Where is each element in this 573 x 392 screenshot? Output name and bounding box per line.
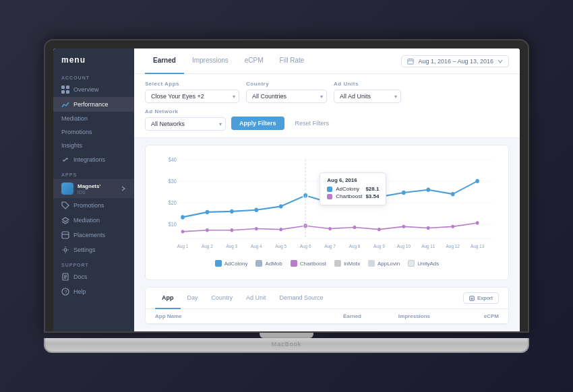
svg-point-52 bbox=[451, 225, 454, 228]
sidebar-item-app-promotions[interactable]: Promotions bbox=[53, 198, 134, 213]
sidebar-item-mediation-label: Mediation bbox=[61, 115, 88, 122]
col-header-app-name: App Name bbox=[155, 313, 293, 319]
ad-network-label: Ad Network bbox=[145, 108, 226, 115]
select-apps-dropdown[interactable]: Close Your Eyes +2 bbox=[145, 90, 239, 103]
filters-row: Select Apps Close Your Eyes +2 Country bbox=[145, 81, 509, 103]
svg-point-8 bbox=[64, 249, 67, 251]
table-tab-app[interactable]: App bbox=[155, 288, 181, 309]
legend-admob-dot bbox=[255, 260, 262, 267]
svg-point-39 bbox=[451, 192, 454, 196]
svg-text:Aug 3: Aug 3 bbox=[227, 244, 238, 250]
sidebar-item-app-placements-label: Placements bbox=[73, 232, 105, 238]
table-header: App Name Earned Impressions eCPM bbox=[146, 309, 508, 324]
country-dropdown[interactable]: All Countries bbox=[246, 90, 327, 103]
svg-rect-6 bbox=[62, 232, 69, 238]
table-tab-day[interactable]: Day bbox=[181, 288, 205, 309]
tab-fill-rate[interactable]: Fill Rate bbox=[272, 48, 313, 74]
laptop-base bbox=[44, 338, 529, 353]
tooltip-adcolony-value: $28.1 bbox=[365, 186, 379, 192]
screen-content: menu ACCOUNT Overview Performance Mediat… bbox=[53, 48, 520, 331]
laptop-screen: menu ACCOUNT Overview Performance Mediat… bbox=[44, 39, 529, 333]
svg-point-41 bbox=[181, 230, 185, 233]
date-range-label: Aug 1, 2016 – Aug 13, 2016 bbox=[418, 58, 493, 65]
sidebar-item-app-settings[interactable]: Settings bbox=[53, 242, 134, 257]
sidebar-item-app-promotions-label: Promotions bbox=[73, 202, 104, 209]
svg-text:Aug 8: Aug 8 bbox=[349, 244, 361, 250]
sidebar-app-item[interactable]: Magnets' iOS bbox=[53, 179, 134, 198]
tab-earned[interactable]: Earned bbox=[145, 48, 184, 74]
sidebar: menu ACCOUNT Overview Performance Mediat… bbox=[53, 48, 134, 331]
sidebar-item-integrations[interactable]: Integrations bbox=[53, 152, 134, 167]
layers-icon bbox=[61, 216, 69, 224]
second-filters-row: Ad Network All Networks Apply Filters Re… bbox=[145, 108, 509, 131]
sidebar-item-overview[interactable]: Overview bbox=[53, 82, 134, 97]
sidebar-item-app-mediation[interactable]: Mediation bbox=[53, 213, 134, 228]
svg-text:Aug 9: Aug 9 bbox=[373, 244, 385, 250]
legend-admob: AdMob bbox=[255, 260, 282, 267]
sidebar-item-insights[interactable]: Insights bbox=[53, 139, 134, 152]
tag-icon bbox=[61, 201, 69, 209]
svg-point-48 bbox=[353, 226, 357, 229]
chart-icon bbox=[61, 100, 69, 108]
tab-ecpm[interactable]: eCPM bbox=[237, 48, 272, 74]
svg-text:Aug 4: Aug 4 bbox=[251, 244, 262, 250]
sidebar-support-section: SUPPORT bbox=[53, 257, 134, 269]
table-tab-country[interactable]: Country bbox=[205, 288, 240, 309]
reset-filters-button[interactable]: Reset Filters bbox=[290, 117, 335, 130]
sidebar-item-docs[interactable]: Docs bbox=[53, 269, 134, 284]
chart-area: $40 $30 $20 $10 bbox=[145, 145, 509, 280]
tooltip-chartboost-dot bbox=[327, 194, 332, 199]
svg-rect-15 bbox=[408, 59, 413, 64]
legend-chartboost-label: Chartboost bbox=[300, 261, 326, 267]
legend-admob-label: AdMob bbox=[265, 261, 282, 267]
table-tab-demand-source[interactable]: Demand Source bbox=[273, 288, 330, 309]
sidebar-item-app-placements[interactable]: Placements bbox=[53, 228, 134, 242]
app-name: Magnets' bbox=[78, 183, 100, 189]
sidebar-item-app-settings-label: Settings bbox=[73, 247, 96, 253]
legend-unityads-label: UnityAds bbox=[417, 261, 439, 267]
tooltip-adcolony-dot bbox=[327, 187, 332, 192]
svg-text:$30: $30 bbox=[169, 178, 177, 185]
svg-point-49 bbox=[378, 228, 381, 231]
select-apps-label: Select Apps bbox=[145, 81, 239, 87]
legend-unityads: UnityAds bbox=[408, 260, 439, 267]
sidebar-item-help[interactable]: ? Help bbox=[53, 284, 134, 299]
sidebar-menu-label: menu bbox=[53, 48, 134, 70]
tooltip-date: Aug 6, 2016 bbox=[327, 177, 379, 183]
chevron-down-icon bbox=[497, 59, 503, 64]
sidebar-item-promotions[interactable]: Promotions bbox=[53, 125, 134, 139]
svg-point-42 bbox=[206, 228, 209, 232]
sidebar-item-mediation[interactable]: Mediation bbox=[53, 112, 134, 125]
ad-units-dropdown[interactable]: All Ad Units bbox=[334, 90, 401, 103]
laptop-wrapper: menu ACCOUNT Overview Performance Mediat… bbox=[44, 39, 529, 353]
ad-units-label: Ad Units bbox=[334, 81, 401, 87]
svg-text:Aug 5: Aug 5 bbox=[275, 244, 286, 250]
main-content: Earned Impressions eCPM Fill Rate Aug 1,… bbox=[134, 48, 520, 331]
date-range-picker[interactable]: Aug 1, 2016 – Aug 13, 2016 bbox=[401, 55, 509, 67]
sidebar-apps-section: APPS bbox=[53, 167, 134, 179]
sidebar-item-promotions-label: Promotions bbox=[61, 129, 92, 135]
chart-legend: AdColony AdMob Chartboost InMobi bbox=[155, 256, 499, 267]
legend-adcolony: AdColony bbox=[215, 260, 248, 267]
col-header-ecpm: eCPM bbox=[430, 313, 499, 319]
svg-text:Aug 13: Aug 13 bbox=[471, 244, 484, 250]
tab-impressions[interactable]: Impressions bbox=[184, 48, 237, 74]
svg-rect-0 bbox=[61, 86, 65, 89]
docs-icon bbox=[61, 273, 69, 281]
sidebar-account-section: ACCOUNT bbox=[53, 70, 134, 82]
top-tabs-bar: Earned Impressions eCPM Fill Rate Aug 1,… bbox=[134, 48, 520, 74]
tooltip-chartboost-label: Chartboost bbox=[336, 193, 362, 199]
svg-text:Aug 1: Aug 1 bbox=[177, 244, 189, 250]
laptop-notch bbox=[260, 333, 313, 338]
apply-filters-button[interactable]: Apply Filters bbox=[231, 117, 284, 130]
export-button[interactable]: Export bbox=[463, 292, 499, 304]
legend-unityads-dot bbox=[408, 260, 415, 267]
grid-icon bbox=[61, 86, 69, 94]
chart-tooltip: Aug 6, 2016 AdColony $28.1 Chartboost $3… bbox=[320, 172, 386, 205]
table-tab-ad-unit[interactable]: Ad Unit bbox=[239, 288, 273, 309]
svg-rect-3 bbox=[66, 90, 69, 94]
ad-network-dropdown[interactable]: All Networks bbox=[145, 117, 226, 131]
sidebar-item-performance[interactable]: Performance bbox=[53, 97, 134, 112]
svg-point-45 bbox=[279, 228, 282, 231]
legend-inmobi-dot bbox=[334, 260, 341, 267]
